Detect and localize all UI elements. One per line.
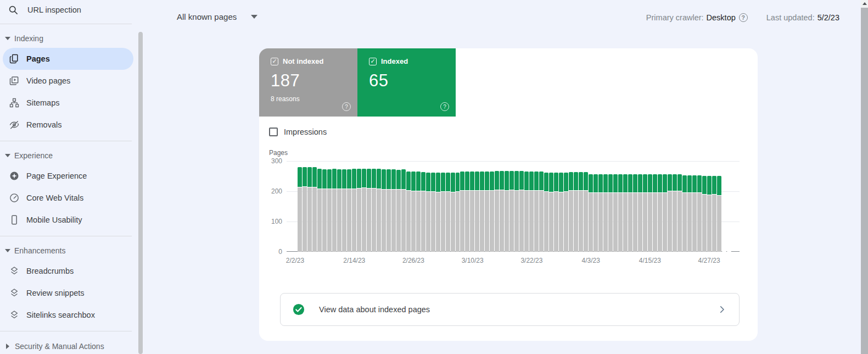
not-indexed-bar-segment [623, 193, 628, 252]
sidebar-item-url-inspection[interactable]: URL inspection [0, 1, 136, 19]
sidebar-item-pages[interactable]: Pages [3, 48, 133, 70]
indexed-count: 65 [369, 71, 448, 91]
stacked-bar [382, 169, 386, 252]
indexed-bar-segment [362, 169, 366, 189]
sidebar-item-page-experience[interactable]: Page Experience [0, 165, 136, 187]
not-indexed-bar-segment [534, 191, 539, 252]
primary-crawler-group: Primary crawler: Desktop ? [646, 13, 748, 22]
not-indexed-bar-segment [593, 193, 598, 252]
not-indexed-bar-segment [337, 189, 341, 252]
stacked-bar [539, 172, 544, 252]
core-web-vitals-icon [9, 192, 20, 203]
sidebar-item-sitelinks-searchbox[interactable]: Sitelinks searchbox [0, 304, 136, 326]
not-indexed-bar-segment [327, 189, 332, 252]
indexed-bar-segment [500, 171, 504, 190]
stacked-bar [436, 173, 440, 252]
stacked-bar [633, 174, 637, 252]
stacked-bar [490, 172, 494, 252]
not-indexed-bar-segment [382, 190, 386, 252]
indexed-bar-segment [347, 169, 351, 189]
scrollbar-up-arrow-icon[interactable] [863, 2, 867, 5]
stacked-bar [598, 174, 603, 252]
stacked-bar [559, 173, 563, 252]
help-icon[interactable]: ? [342, 102, 351, 111]
sidebar-scrollbar-thumb[interactable] [138, 32, 143, 354]
indexed-bar-segment [391, 169, 396, 189]
stacked-bar [298, 167, 302, 252]
not-indexed-bar-segment [673, 191, 677, 252]
sidebar-item-breadcrumbs[interactable]: Breadcrumbs [0, 260, 136, 282]
not-indexed-bar-segment [465, 191, 469, 252]
not-indexed-count: 187 [271, 71, 350, 91]
section-header-indexing[interactable]: Indexing [0, 29, 136, 48]
sidebar-item-review-snippets[interactable]: Review snippets [0, 282, 136, 304]
not-indexed-bar-segment [307, 187, 312, 252]
not-indexed-checkbox-checked[interactable]: ✓ [271, 58, 278, 65]
not-indexed-bar-segment [608, 193, 613, 252]
indexed-bar-segment [332, 169, 337, 189]
stacked-bar [307, 167, 312, 252]
not-indexed-bar-segment [436, 192, 440, 252]
help-icon[interactable]: ? [440, 102, 449, 111]
section-header-experience[interactable]: Experience [0, 146, 136, 165]
stacked-bar [312, 167, 317, 252]
indexed-bar-segment [717, 176, 721, 196]
indexed-checkbox-checked[interactable]: ✓ [369, 58, 377, 65]
sidebar-item-label: Mobile Usability [26, 215, 82, 224]
indexed-bar-segment [451, 173, 455, 192]
stacked-bar [673, 174, 677, 252]
not-indexed-bar-segment [372, 189, 376, 252]
not-indexed-bar-segment [509, 190, 514, 252]
indexed-bar-segment [618, 174, 623, 193]
search-icon [8, 4, 19, 15]
not-indexed-bar-segment [362, 188, 366, 252]
not-indexed-bar-segment [505, 191, 509, 252]
indexed-bar-segment [387, 169, 391, 190]
help-icon[interactable]: ? [739, 13, 748, 22]
sidebar: URL inspection IndexingPagesVideo pagesS… [0, 0, 136, 354]
stacked-bar [451, 173, 455, 252]
scrollbar-thumb[interactable] [861, 8, 868, 354]
not-indexed-bar-segment [668, 191, 672, 252]
stacked-bar [658, 174, 662, 252]
stacked-bar [638, 174, 642, 252]
not-indexed-bar-segment [712, 195, 716, 252]
stacked-bar [712, 176, 716, 252]
impressions-toggle[interactable]: Impressions [269, 128, 327, 136]
stacked-bar [362, 169, 366, 252]
indexed-card[interactable]: ✓ Indexed 65 ? [357, 48, 456, 117]
not-indexed-bar-segment [677, 191, 682, 252]
stacked-bar [456, 173, 460, 252]
indexed-bar-segment [470, 172, 474, 191]
y-tick-label: 300 [271, 157, 282, 165]
not-indexed-bar-segment [569, 191, 573, 252]
sidebar-item-core-web-vitals[interactable]: Core Web Vitals [0, 187, 136, 209]
not-indexed-card[interactable]: ✓ Not indexed 187 8 reasons ? [259, 48, 357, 117]
stacked-bar [603, 174, 608, 252]
sidebar-item-sitemaps[interactable]: Sitemaps [0, 92, 136, 114]
window-scrollbar[interactable] [861, 0, 868, 354]
section-header-enhancements[interactable]: Enhancements [0, 241, 136, 260]
indexed-bar-segment [519, 171, 524, 190]
stacked-bar [416, 172, 421, 252]
stacked-bar [569, 172, 573, 252]
sidebar-item-video-pages[interactable]: Video pages [0, 70, 136, 92]
stacked-bar [519, 171, 524, 252]
indexed-bar-segment [589, 174, 593, 193]
stacked-bar [441, 173, 445, 252]
stacked-bar [663, 174, 667, 252]
impressions-checkbox-unchecked[interactable] [269, 128, 278, 136]
sidebar-item-removals[interactable]: Removals [0, 114, 136, 136]
sidebar-item-mobile-usability[interactable]: Mobile Usability [0, 209, 136, 231]
indexed-bar-segment [569, 172, 573, 191]
stacked-bar [628, 174, 632, 252]
stacked-bar [653, 174, 657, 252]
divider [0, 236, 132, 236]
page-filter-dropdown[interactable]: All known pages [177, 12, 257, 21]
view-indexed-data-link[interactable]: View data about indexed pages [280, 293, 740, 326]
not-indexed-bar-segment [707, 195, 712, 252]
metric-cards: ✓ Not indexed 187 8 reasons ? ✓ Indexed … [259, 48, 456, 117]
stacked-bar [549, 173, 553, 252]
indexed-bar-segment [396, 170, 401, 190]
section-header-security-manual-actions[interactable]: Security & Manual Actions [0, 336, 136, 354]
